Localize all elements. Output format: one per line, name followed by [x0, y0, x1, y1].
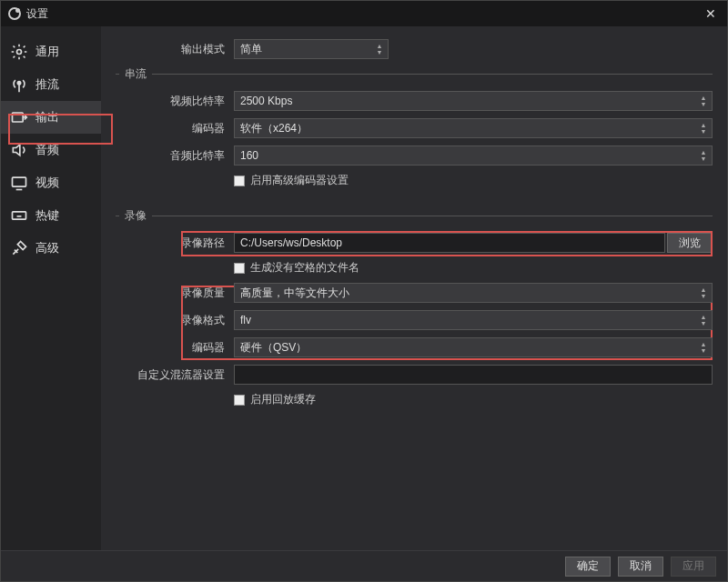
keyboard-icon — [10, 206, 28, 225]
footer: 确定 取消 应用 — [1, 550, 727, 581]
app-logo-icon — [8, 7, 21, 20]
monitor-icon — [10, 174, 28, 192]
sidebar-item-label: 高级 — [35, 240, 59, 256]
sidebar-item-label: 热键 — [35, 207, 59, 224]
sidebar: 通用 推流 输出 音频 视频 热键 — [1, 26, 101, 550]
chevron-updown-icon: ▲▼ — [697, 92, 710, 110]
encoder-label: 编码器 — [116, 121, 234, 136]
sidebar-item-stream[interactable]: 推流 — [1, 68, 101, 101]
rec-encoder-value: 硬件（QSV） — [240, 340, 307, 356]
video-bitrate-label: 视频比特率 — [116, 94, 234, 109]
gear-icon — [10, 43, 28, 61]
replay-buffer-checkbox[interactable]: 启用回放缓存 — [234, 392, 713, 407]
sidebar-item-video[interactable]: 视频 — [1, 166, 101, 199]
streaming-title: 串流 — [119, 66, 152, 82]
chevron-updown-icon: ▲▼ — [373, 40, 386, 58]
browse-button[interactable]: 浏览 — [667, 233, 713, 253]
checkbox-icon — [234, 263, 245, 274]
chevron-updown-icon: ▲▼ — [697, 338, 710, 356]
rec-quality-select[interactable]: 高质量，中等文件大小 ▲▼ — [234, 283, 713, 303]
sidebar-item-audio[interactable]: 音频 — [1, 134, 101, 166]
chevron-updown-icon: ▲▼ — [697, 119, 710, 137]
recording-title: 录像 — [119, 208, 152, 224]
rec-path-value: C:/Users/ws/Desktop — [240, 236, 342, 249]
ok-button[interactable]: 确定 — [565, 557, 611, 577]
video-bitrate-value: 2500 Kbps — [240, 95, 292, 107]
svg-point-0 — [17, 50, 22, 55]
svg-rect-3 — [13, 177, 26, 186]
antenna-icon — [10, 75, 28, 94]
rec-quality-label: 录像质量 — [116, 286, 234, 301]
output-mode-select[interactable]: 简单 ▲▼ — [234, 39, 389, 59]
stream-encoder-select[interactable]: 软件（x264） ▲▼ — [234, 118, 713, 138]
content-pane: 输出模式 简单 ▲▼ 串流 视频比特率 2500 Kbps ▲▼ — [101, 26, 727, 550]
sidebar-item-label: 音频 — [35, 142, 59, 158]
close-icon[interactable]: ✕ — [702, 6, 720, 21]
checkbox-icon — [234, 395, 245, 406]
chevron-updown-icon: ▲▼ — [697, 311, 710, 329]
sidebar-item-label: 视频 — [35, 175, 59, 191]
sidebar-item-advanced[interactable]: 高级 — [1, 232, 101, 265]
rec-format-value: flv — [240, 314, 251, 326]
rec-encoder-select[interactable]: 硬件（QSV） ▲▼ — [234, 337, 713, 357]
audio-bitrate-select[interactable]: 160 ▲▼ — [234, 146, 713, 166]
titlebar: 设置 ✕ — [1, 1, 727, 26]
cancel-button[interactable]: 取消 — [618, 557, 663, 577]
svg-rect-2 — [13, 113, 24, 122]
rec-encoder-label: 编码器 — [116, 340, 234, 356]
sidebar-item-label: 输出 — [35, 109, 59, 125]
output-icon — [10, 108, 28, 126]
sidebar-item-output[interactable]: 输出 — [1, 101, 101, 134]
tools-icon — [10, 239, 28, 257]
streaming-section: 串流 视频比特率 2500 Kbps ▲▼ 编码器 软件（x264） — [116, 66, 713, 196]
sidebar-item-hotkeys[interactable]: 热键 — [1, 199, 101, 232]
advanced-encoder-checkbox[interactable]: 启用高级编码器设置 — [234, 173, 713, 188]
apply-button: 应用 — [671, 557, 716, 577]
stream-encoder-value: 软件（x264） — [240, 121, 308, 136]
rec-format-label: 录像格式 — [116, 313, 234, 328]
sidebar-item-label: 推流 — [35, 76, 59, 93]
chevron-updown-icon: ▲▼ — [697, 146, 710, 165]
checkbox-icon — [234, 176, 245, 186]
window-title: 设置 — [26, 6, 48, 22]
chevron-updown-icon: ▲▼ — [697, 284, 710, 302]
audio-bitrate-label: 音频比特率 — [116, 148, 234, 164]
custom-muxer-label: 自定义混流器设置 — [116, 367, 234, 383]
rec-path-label: 录像路径 — [116, 236, 234, 251]
advanced-encoder-label: 启用高级编码器设置 — [250, 173, 349, 188]
custom-muxer-input[interactable] — [234, 365, 713, 385]
video-bitrate-input[interactable]: 2500 Kbps ▲▼ — [234, 91, 713, 111]
output-mode-value: 简单 — [240, 42, 262, 57]
speaker-icon — [10, 141, 28, 159]
sidebar-item-label: 通用 — [35, 44, 59, 60]
svg-point-1 — [17, 82, 20, 85]
rec-quality-value: 高质量，中等文件大小 — [240, 286, 349, 301]
sidebar-item-general[interactable]: 通用 — [1, 35, 101, 68]
rec-format-select[interactable]: flv ▲▼ — [234, 310, 713, 330]
no-space-filename-label: 生成没有空格的文件名 — [250, 260, 359, 276]
output-mode-label: 输出模式 — [116, 42, 234, 57]
no-space-filename-checkbox[interactable]: 生成没有空格的文件名 — [234, 260, 713, 276]
audio-bitrate-value: 160 — [240, 149, 258, 162]
recording-section: 录像 录像路径 C:/Users/ws/Desktop 浏览 — [116, 208, 713, 415]
replay-buffer-label: 启用回放缓存 — [250, 392, 316, 407]
rec-path-input[interactable]: C:/Users/ws/Desktop — [234, 233, 665, 253]
